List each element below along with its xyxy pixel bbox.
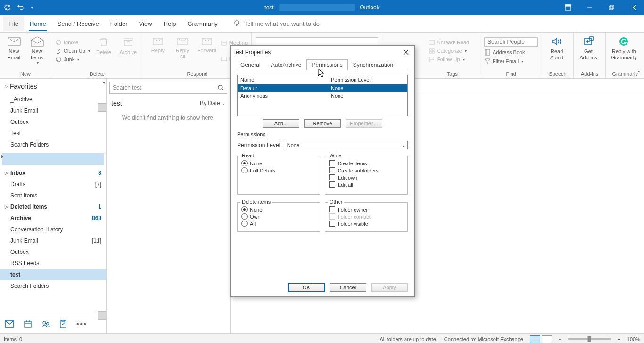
search-box[interactable]: Search test	[109, 82, 227, 94]
fav-folder-outbox[interactable]: Outbox	[0, 116, 106, 128]
favorites-header[interactable]: ▷Favorites	[0, 79, 106, 94]
minimize-button[interactable]	[579, 0, 601, 15]
get-addins-button[interactable]: Get Add-ins	[578, 34, 599, 61]
junk-button[interactable]: Junk▾	[55, 56, 90, 63]
zoom-slider[interactable]	[568, 338, 611, 340]
new-items-button[interactable]: New Items▾	[27, 34, 47, 65]
calendar-nav-icon[interactable]	[24, 320, 32, 328]
grammarly-reply-button[interactable]: Reply with Grammarly	[610, 34, 638, 61]
zoom-out-button[interactable]: −	[559, 336, 561, 342]
ignore-button[interactable]: Ignore	[55, 39, 90, 46]
zoom-in-button[interactable]: +	[617, 336, 620, 342]
delete-button[interactable]: Delete	[93, 34, 115, 56]
dialog-tab-general[interactable]: General	[235, 59, 266, 70]
remove-button[interactable]: Remove	[304, 119, 341, 128]
tab-file[interactable]: File	[3, 16, 24, 31]
search-people-input[interactable]	[484, 37, 538, 47]
write-edit-all-check[interactable]: Edit all	[329, 181, 404, 188]
col-level-header[interactable]: Permission Level	[328, 75, 407, 84]
apply-button[interactable]: Apply	[371, 283, 408, 292]
tab-grammarly[interactable]: Grammarly	[182, 16, 223, 31]
sort-button[interactable]: By Date ⌄	[200, 100, 225, 106]
folder-drafts[interactable]: Drafts[7]	[0, 179, 106, 190]
cancel-button[interactable]: Cancel	[330, 283, 366, 292]
read-none-radio[interactable]: None	[241, 160, 316, 166]
view-normal-button[interactable]	[530, 335, 540, 343]
cleanup-button[interactable]: Clean Up▾	[55, 48, 90, 54]
tab-home[interactable]: Home	[24, 16, 52, 31]
folder-search[interactable]: Search Folders	[0, 280, 106, 292]
more-nav-icon[interactable]: •••	[76, 320, 87, 328]
filter-email-button[interactable]: Filter Email▾	[484, 58, 538, 65]
close-button[interactable]	[622, 0, 644, 15]
junk-icon	[55, 56, 62, 63]
write-edit-own-check[interactable]: Edit own	[329, 174, 404, 180]
forward-button[interactable]: Forward	[196, 34, 218, 54]
read-aloud-button[interactable]: Read Aloud	[546, 34, 568, 61]
dialog-tab-permissions[interactable]: Permissions	[306, 59, 347, 70]
view-reading-button[interactable]	[542, 335, 552, 343]
dialog-close-button[interactable]	[401, 48, 411, 57]
other-visible-check[interactable]: Folder visible	[329, 220, 404, 227]
sync-icon[interactable]	[4, 4, 11, 11]
permission-level-select[interactable]: None⌄	[285, 141, 408, 149]
undo-icon[interactable]	[17, 4, 25, 11]
tasks-nav-icon[interactable]	[59, 320, 67, 328]
delete-all-radio[interactable]: All	[241, 220, 316, 227]
status-items: Items: 0	[4, 336, 22, 342]
folder-outbox[interactable]: Outbox	[0, 246, 106, 258]
ok-button[interactable]: OK	[288, 283, 325, 292]
add-button[interactable]: Add...	[263, 119, 299, 128]
maximize-button[interactable]	[601, 0, 622, 15]
other-owner-check[interactable]: Folder owner	[329, 206, 404, 212]
qat-dropdown-icon[interactable]: ▾	[31, 6, 33, 10]
col-name-header[interactable]: Name	[238, 75, 328, 84]
dialog-tab-autoarchive[interactable]: AutoArchive	[266, 59, 307, 70]
folder-junk[interactable]: Junk Email[11]	[0, 235, 106, 246]
folder-test[interactable]: test	[0, 269, 106, 280]
tab-send-receive[interactable]: Send / Receive	[52, 16, 105, 31]
permission-row-default[interactable]: DefaultNone	[238, 84, 407, 92]
nav-scrollbar-up[interactable]	[98, 103, 106, 112]
delete-own-radio[interactable]: Own	[241, 213, 316, 220]
folder-archive[interactable]: Archive868	[0, 212, 106, 224]
fav-folder-search[interactable]: Search Folders	[0, 139, 106, 150]
properties-button[interactable]: Properties...	[346, 119, 382, 128]
reply-all-button[interactable]: Reply All	[172, 34, 193, 60]
archive-button[interactable]: Archive	[117, 34, 139, 56]
address-book-button[interactable]: Address Book	[484, 49, 538, 56]
tab-folder[interactable]: Folder	[105, 16, 133, 31]
unread-read-button[interactable]: Unread/ Read	[429, 39, 470, 46]
ribbon-display-icon[interactable]	[557, 0, 579, 15]
account-header[interactable]	[2, 153, 104, 165]
collapse-nav-button[interactable]: ◂	[103, 80, 105, 85]
folder-deleted[interactable]: ▷Deleted Items1	[0, 201, 106, 212]
folder-inbox[interactable]: ▷Inbox8	[0, 167, 106, 179]
categorize-button[interactable]: Categorize▾	[429, 48, 470, 54]
read-full-radio[interactable]: Full Details	[241, 167, 316, 173]
delete-none-radio[interactable]: None	[241, 206, 316, 212]
mail-nav-icon[interactable]	[5, 320, 14, 328]
zoom-percent[interactable]: 100%	[627, 336, 640, 342]
new-email-button[interactable]: New Email	[4, 34, 24, 61]
permission-row-anonymous[interactable]: AnonymousNone	[238, 92, 407, 99]
folder-sent[interactable]: Sent Items	[0, 190, 106, 201]
people-nav-icon[interactable]	[41, 320, 50, 328]
tab-view[interactable]: View	[133, 16, 158, 31]
svg-rect-25	[432, 49, 434, 50]
fav-folder-archive[interactable]: _Archive	[0, 94, 106, 105]
dialog-tab-synchronization[interactable]: Synchronization	[348, 59, 398, 70]
reply-button[interactable]: Reply	[147, 34, 169, 54]
permissions-list[interactable]: Name Permission Level DefaultNone Anonym…	[237, 75, 408, 116]
folder-rss[interactable]: RSS Feeds	[0, 258, 106, 269]
fav-folder-test[interactable]: Test	[0, 128, 106, 139]
tell-me-search[interactable]: Tell me what you want to do	[233, 20, 320, 27]
collapse-ribbon-button[interactable]: ⌃	[636, 70, 641, 76]
fav-folder-junk[interactable]: Junk Email	[0, 105, 106, 116]
followup-button[interactable]: Follow Up▾	[429, 56, 470, 63]
nav-scrollbar-down[interactable]	[98, 311, 106, 320]
write-create-items-check[interactable]: Create items	[329, 160, 404, 166]
write-create-subfolders-check[interactable]: Create subfolders	[329, 167, 404, 173]
tab-help[interactable]: Help	[158, 16, 182, 31]
folder-conversation[interactable]: Conversation History	[0, 224, 106, 235]
